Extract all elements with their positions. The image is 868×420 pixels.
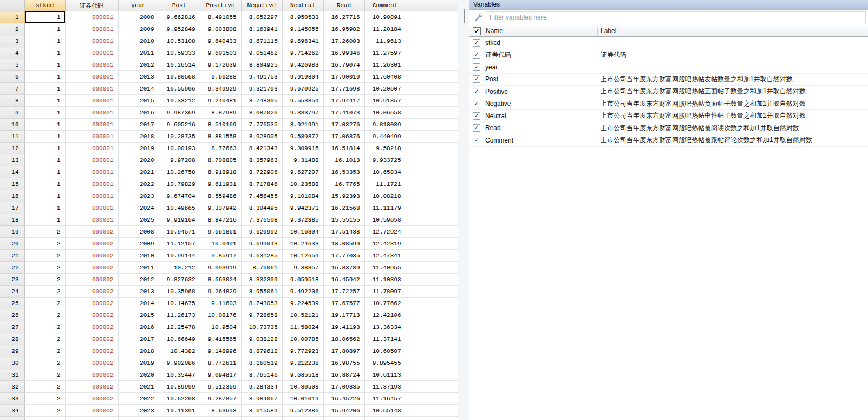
table-cell[interactable]: 10.33212 [159, 95, 200, 107]
table-cell[interactable]: 2021 [118, 381, 159, 393]
table-cell[interactable]: 9.902086 [159, 357, 200, 369]
table-cell[interactable]: 8.77663 [200, 143, 241, 154]
table-cell[interactable]: 8.765146 [241, 369, 282, 381]
table-cell[interactable]: 8.804925 [241, 59, 282, 71]
variable-checkbox[interactable] [473, 39, 480, 47]
table-cell[interactable]: 9.827632 [159, 274, 200, 286]
table-cell[interactable]: 9.589872 [282, 131, 323, 143]
table-cell[interactable]: 9.640433 [200, 35, 241, 47]
column-header-empty[interactable] [440, 0, 458, 11]
table-cell[interactable]: 2 [24, 405, 65, 417]
table-cell-empty[interactable] [440, 119, 458, 131]
table-cell[interactable]: 000002 [65, 381, 118, 393]
table-cell-empty[interactable] [406, 190, 440, 202]
table-cell[interactable]: 9.85917 [200, 250, 241, 262]
table-cell[interactable]: 10.0491 [200, 238, 241, 250]
table-cell[interactable]: 000001 [65, 190, 118, 202]
row-header[interactable]: 8 [0, 95, 24, 107]
table-cell-empty[interactable] [406, 154, 440, 166]
table-cell[interactable]: 11.40955 [364, 262, 406, 274]
table-cell[interactable]: 9.093919 [200, 262, 241, 274]
table-cell[interactable]: 10.11391 [159, 405, 200, 417]
table-cell[interactable]: 9.094817 [200, 369, 241, 381]
table-cell[interactable]: 1 [24, 119, 65, 131]
table-cell[interactable]: 10.35968 [159, 286, 200, 298]
table-cell[interactable]: 000002 [65, 369, 118, 381]
table-cell[interactable]: 13.36334 [364, 321, 406, 333]
table-cell[interactable]: 000002 [65, 298, 118, 309]
row-header[interactable]: 16 [0, 190, 24, 202]
table-cell[interactable]: 1 [24, 71, 65, 83]
table-cell[interactable]: 10.65834 [364, 166, 406, 178]
row-header[interactable]: 30 [0, 357, 24, 369]
table-cell[interactable]: 2014 [118, 298, 159, 309]
table-cell-empty[interactable] [440, 345, 458, 357]
table-cell[interactable]: 11.37193 [364, 381, 406, 393]
row-header[interactable]: 9 [0, 107, 24, 119]
table-cell[interactable]: 8.663024 [200, 274, 241, 286]
table-cell-empty[interactable] [406, 345, 440, 357]
table-cell-empty[interactable] [406, 250, 440, 262]
table-cell[interactable]: 16.99346 [323, 47, 364, 59]
grid-vertical-scrollbar[interactable] [458, 0, 469, 420]
table-cell[interactable]: 16.83789 [323, 262, 364, 274]
row-header[interactable]: 26 [0, 309, 24, 321]
select-all-checkbox[interactable] [473, 27, 481, 35]
table-cell[interactable]: 9.224539 [282, 298, 323, 309]
table-cell-empty[interactable] [440, 166, 458, 178]
table-cell[interactable]: 10.24633 [282, 238, 323, 250]
table-cell[interactable]: 8.304495 [241, 202, 282, 214]
row-header[interactable]: 12 [0, 143, 24, 154]
table-cell[interactable]: 9.919164 [159, 214, 200, 226]
table-cell-empty[interactable] [406, 119, 440, 131]
table-cell-empty[interactable] [406, 35, 440, 47]
table-cell[interactable]: 9.059518 [282, 274, 323, 286]
table-cell-empty[interactable] [440, 238, 458, 250]
table-cell[interactable]: 11.20184 [364, 23, 406, 35]
table-cell[interactable]: 000002 [65, 226, 118, 238]
table-cell-empty[interactable] [406, 357, 440, 369]
table-cell-empty[interactable] [440, 95, 458, 107]
table-cell[interactable]: 9.605216 [159, 119, 200, 131]
table-cell[interactable]: 16.51814 [323, 143, 364, 154]
table-cell[interactable]: 1 [24, 143, 65, 154]
variable-row-Post[interactable]: Post上市公司当年度东方财富网股吧热帖发帖数量之和加1并取自然对数 [469, 74, 868, 86]
table-cell[interactable]: 9.337942 [200, 202, 241, 214]
table-cell-empty[interactable] [406, 47, 440, 59]
variable-checkbox[interactable] [473, 63, 480, 71]
table-cell[interactable]: 2 [24, 345, 65, 357]
table-cell[interactable]: 9.512369 [200, 381, 241, 393]
variable-row-year[interactable]: year [469, 61, 868, 74]
table-cell[interactable]: 9.942371 [282, 202, 323, 214]
table-cell-empty[interactable] [65, 417, 118, 420]
row-header[interactable]: 22 [0, 262, 24, 274]
table-cell[interactable]: 000001 [65, 119, 118, 131]
table-cell[interactable]: 000001 [65, 178, 118, 190]
table-cell[interactable]: 9.148996 [200, 345, 241, 357]
table-cell[interactable]: 8.918918 [200, 166, 241, 178]
variable-checkbox[interactable] [473, 112, 480, 120]
table-cell[interactable]: 11.27597 [364, 47, 406, 59]
row-header[interactable]: 15 [0, 178, 24, 190]
table-cell[interactable]: 8.671115 [241, 35, 282, 47]
variable-row-Negative[interactable]: Negative上市公司当年度东方财富网股吧热帖负面帖子数量之和加1并取自然对数 [469, 98, 868, 111]
row-header[interactable]: 23 [0, 274, 24, 286]
table-cell[interactable]: 11.26173 [159, 309, 200, 321]
table-cell[interactable]: 10.49665 [159, 202, 200, 214]
table-cell[interactable]: 19.41193 [323, 321, 364, 333]
table-cell-empty[interactable] [406, 309, 440, 321]
table-cell-empty[interactable] [200, 417, 241, 420]
table-cell-empty[interactable] [440, 262, 458, 274]
table-cell[interactable]: 2 [24, 321, 65, 333]
table-cell[interactable]: 9.491753 [241, 71, 282, 83]
table-cell[interactable]: 000001 [65, 47, 118, 59]
table-cell[interactable]: 000002 [65, 262, 118, 274]
selected-cell[interactable]: 1 [24, 11, 65, 23]
table-cell-empty[interactable] [24, 417, 65, 420]
table-cell[interactable]: 17.71698 [323, 83, 364, 95]
table-cell[interactable]: 9.101084 [282, 190, 323, 202]
table-cell[interactable]: 2023 [118, 190, 159, 202]
row-header[interactable]: 1 [0, 11, 24, 23]
table-cell[interactable]: 9.601503 [200, 47, 241, 59]
label-column-header[interactable]: Label [601, 25, 616, 36]
